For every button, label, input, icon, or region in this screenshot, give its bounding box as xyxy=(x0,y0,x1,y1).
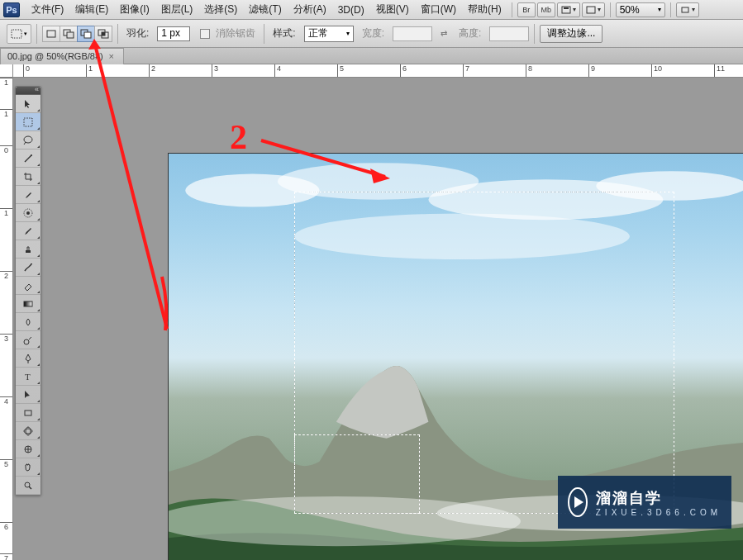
ruler-tick: 2 xyxy=(0,271,12,280)
svg-point-13 xyxy=(185,174,319,207)
ruler-tick: 3 xyxy=(212,64,218,77)
menu-window[interactable]: 窗口(W) xyxy=(416,0,461,19)
minibridge-button[interactable]: Mb xyxy=(537,2,555,17)
style-select[interactable]: 正常 xyxy=(304,26,354,42)
marquee-tool[interactable] xyxy=(16,113,40,131)
screen-mode-button[interactable] xyxy=(582,2,605,17)
svg-point-22 xyxy=(31,154,32,156)
ruler-tick: 8 xyxy=(526,64,532,77)
menu-image[interactable]: 图像(I) xyxy=(115,0,154,19)
svg-rect-12 xyxy=(102,32,105,36)
path-selection-tool[interactable] xyxy=(16,386,40,404)
ruler-tick: 3 xyxy=(0,334,12,343)
rectangle-tool[interactable] xyxy=(16,404,40,422)
menu-layer[interactable]: 图层(L) xyxy=(156,0,198,19)
options-bar: 羽化: 1 px 消除锯齿 样式: 正常 宽度: ⇄ 高度: 调整边缘... xyxy=(0,20,743,48)
menu-edit[interactable]: 编辑(E) xyxy=(70,0,113,19)
svg-point-15 xyxy=(428,179,663,220)
feather-input[interactable]: 1 px xyxy=(157,26,190,41)
ruler-tick: 1 xyxy=(0,109,12,118)
ruler-tick: 6 xyxy=(0,522,12,531)
intersect-selection-button[interactable] xyxy=(94,26,112,42)
menu-analysis[interactable]: 分析(A) xyxy=(288,0,331,19)
ruler-tick: 7 xyxy=(463,64,469,77)
feather-label: 羽化: xyxy=(126,26,149,40)
antialias-label: 消除锯齿 xyxy=(216,26,255,40)
style-label: 样式: xyxy=(273,26,295,40)
zoom-select[interactable]: 50% xyxy=(616,2,665,17)
move-tool[interactable] xyxy=(16,95,40,113)
menubar: Ps 文件(F) 编辑(E) 图像(I) 图层(L) 选择(S) 滤镜(T) 分… xyxy=(0,0,743,20)
add-to-selection-button[interactable] xyxy=(60,26,78,42)
width-label: 宽度: xyxy=(362,26,384,40)
menu-select[interactable]: 选择(S) xyxy=(199,0,242,19)
svg-rect-5 xyxy=(47,31,55,37)
document-tab[interactable]: 00.jpg @ 50%(RGB/8#) × xyxy=(0,48,124,64)
ruler-tick: 4 xyxy=(274,64,281,77)
menu-file[interactable]: 文件(F) xyxy=(26,0,69,19)
gradient-tool[interactable] xyxy=(16,295,40,313)
history-brush-tool[interactable] xyxy=(16,259,40,277)
blur-tool[interactable] xyxy=(16,313,40,331)
ruler-tick: 5 xyxy=(0,459,12,468)
new-selection-button[interactable] xyxy=(42,26,60,42)
svg-point-21 xyxy=(24,136,32,143)
tools-panel[interactable]: T xyxy=(15,86,41,496)
ruler-tick: 11 xyxy=(714,64,725,77)
pen-tool[interactable] xyxy=(16,349,40,368)
svg-point-24 xyxy=(26,211,30,215)
svg-rect-9 xyxy=(84,32,91,38)
svg-rect-20 xyxy=(24,118,32,126)
width-input xyxy=(393,26,432,41)
separator xyxy=(512,2,512,17)
magic-wand-tool[interactable] xyxy=(16,149,40,168)
document-tabs: 00.jpg @ 50%(RGB/8#) × xyxy=(0,48,743,64)
close-icon[interactable]: × xyxy=(107,51,117,61)
height-label: 高度: xyxy=(459,26,481,40)
ruler-vertical[interactable]: 1 1 0 1 2 3 4 5 6 7 xyxy=(0,78,13,560)
spot-heal-tool[interactable] xyxy=(16,204,40,222)
brush-tool[interactable] xyxy=(16,222,40,240)
tool-preset[interactable] xyxy=(7,24,31,44)
3d-orbit-tool[interactable] xyxy=(16,440,40,458)
menu-3d[interactable]: 3D(D) xyxy=(333,2,369,18)
dodge-tool[interactable] xyxy=(16,331,40,349)
subtract-selection-button[interactable] xyxy=(77,26,95,42)
ruler-tick: 10 xyxy=(651,64,662,77)
menu-filter[interactable]: 滤镜(T) xyxy=(244,0,286,19)
svg-point-14 xyxy=(278,163,479,200)
tab-title: 00.jpg @ 50%(RGB/8#) xyxy=(7,51,103,61)
svg-rect-7 xyxy=(67,32,74,38)
zoom-tool[interactable] xyxy=(16,477,40,495)
bridge-button[interactable]: Br xyxy=(517,2,536,17)
svg-point-16 xyxy=(596,171,743,201)
hand-tool[interactable] xyxy=(16,458,40,477)
ruler-horizontal[interactable]: 0 1 2 3 4 5 6 7 8 9 10 11 xyxy=(13,64,743,78)
panel-grip[interactable] xyxy=(16,87,40,95)
ruler-corner xyxy=(0,64,13,78)
type-tool[interactable]: T xyxy=(16,368,40,386)
clone-stamp-tool[interactable] xyxy=(16,240,40,259)
eraser-tool[interactable] xyxy=(16,277,40,295)
svg-rect-30 xyxy=(25,411,31,415)
svg-rect-1 xyxy=(564,7,569,9)
lasso-tool[interactable] xyxy=(16,131,40,149)
refine-edge-button[interactable]: 调整边缘... xyxy=(540,25,602,43)
svg-rect-4 xyxy=(12,30,21,38)
screen-arrange-button[interactable] xyxy=(557,2,580,17)
eyedropper-tool[interactable] xyxy=(16,186,40,204)
watermark: 溜溜自学 ZIXUE.3D66.COM xyxy=(558,476,731,529)
separator xyxy=(117,24,118,44)
selection-mode-group xyxy=(42,26,112,42)
menu-view[interactable]: 视图(V) xyxy=(371,0,414,19)
ruler-tick: 1 xyxy=(86,64,93,77)
ruler-tick: 1 xyxy=(0,208,12,217)
ruler-tick: 5 xyxy=(337,64,344,77)
separator xyxy=(36,24,37,44)
menu-help[interactable]: 帮助(H) xyxy=(463,0,507,19)
3d-rotate-tool[interactable] xyxy=(16,422,40,440)
view-extra-button[interactable] xyxy=(676,2,699,17)
crop-tool[interactable] xyxy=(16,168,40,186)
ruler-tick: 1 xyxy=(0,78,12,87)
antialias-checkbox[interactable] xyxy=(200,29,210,39)
